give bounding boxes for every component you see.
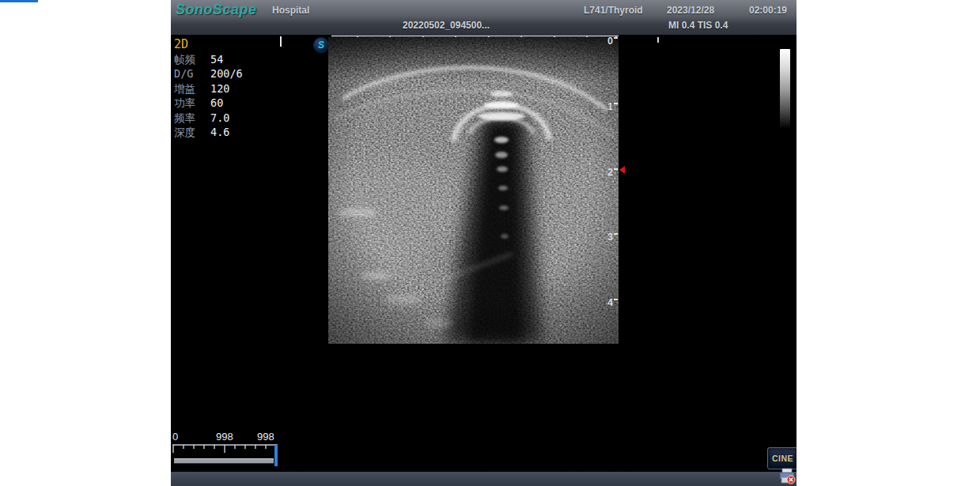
- system-time: 02:00:19: [749, 5, 787, 16]
- param-value: 120: [210, 81, 229, 96]
- left-edge-marker: [280, 36, 282, 47]
- probe-orientation-icon: S: [313, 37, 329, 53]
- param-row-depth: 深度 4.6: [174, 125, 243, 139]
- cine-total-frames: 998: [216, 431, 233, 443]
- param-value: 7.0: [210, 111, 229, 125]
- depth-mark-1: 1: [605, 101, 618, 112]
- param-row-dynamic-range: D/G 200/6: [174, 66, 243, 81]
- printer-error-icon[interactable]: [778, 468, 796, 484]
- top-left-accent-bar: [0, 0, 38, 2]
- param-row-frame-rate: 帧频 54: [174, 52, 243, 66]
- param-label: 功率: [174, 96, 210, 110]
- cine-scale-ruler: [172, 444, 279, 456]
- focus-position-marker[interactable]: [619, 166, 625, 174]
- param-row-gain: 增益 120: [174, 81, 243, 96]
- imaging-mode-label: 2D: [174, 37, 243, 52]
- param-row-frequency: 频率 7.0: [174, 111, 243, 125]
- param-value: 200/6: [210, 66, 243, 81]
- ruler-tick: [614, 168, 618, 170]
- param-row-power: 功率 60: [174, 96, 243, 110]
- brand-logo: SonoScape: [176, 2, 257, 18]
- screen: SonoScape Hospital L741/Thyroid 2023/12/…: [0, 0, 980, 486]
- ruler-tick: [614, 103, 618, 104]
- cine-progress-bar[interactable]: [174, 458, 274, 464]
- mi-tis-indices: MI 0.4 TIS 0.4: [668, 20, 728, 31]
- param-label: 增益: [174, 81, 210, 96]
- right-edge-marker: [657, 37, 659, 43]
- depth-mark-3: 3: [605, 232, 618, 243]
- hospital-name: Hospital: [272, 5, 309, 16]
- param-label: D/G: [174, 66, 210, 81]
- ultrasound-image[interactable]: [328, 37, 619, 344]
- ultrasound-app-window: SonoScape Hospital L741/Thyroid 2023/12/…: [171, 0, 796, 486]
- param-label: 频率: [174, 111, 210, 125]
- param-label: 帧频: [174, 52, 210, 66]
- cine-current-frame: 998: [257, 431, 274, 443]
- cine-start-frame: 0: [172, 431, 178, 443]
- probe-preset-label: L741/Thyroid: [584, 5, 643, 16]
- depth-mark-2: 2: [605, 167, 618, 178]
- exam-id: 20220502_094500...: [403, 20, 490, 31]
- grayscale-bar: [780, 49, 790, 129]
- cine-mode-badge[interactable]: CINE: [767, 447, 796, 469]
- param-label: 深度: [174, 125, 210, 139]
- parameter-panel: 2D 帧频 54 D/G 200/6 增益 120 功率 60 频率 7.0: [174, 37, 243, 139]
- header-bar: SonoScape Hospital L741/Thyroid 2023/12/…: [171, 0, 796, 35]
- ruler-tick: [614, 233, 618, 235]
- ruler-tick: [614, 37, 618, 39]
- cine-position-handle[interactable]: [274, 445, 278, 466]
- param-value: 54: [210, 52, 223, 66]
- depth-mark-4: 4: [605, 297, 618, 308]
- bottom-status-bar: [171, 472, 796, 486]
- system-date: 2023/12/28: [667, 5, 714, 16]
- depth-mark-0: 0: [605, 36, 618, 47]
- ruler-tick: [614, 299, 618, 300]
- param-value: 4.6: [210, 125, 229, 139]
- param-value: 60: [210, 96, 223, 110]
